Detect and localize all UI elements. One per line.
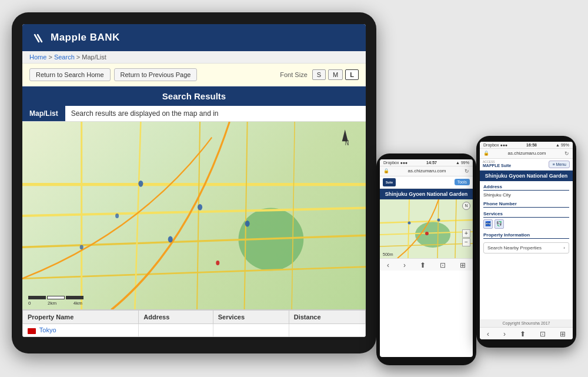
svg-line-5 — [22, 235, 366, 247]
tablet-tab-row: Map/List Search results are displayed on… — [22, 106, 366, 122]
compass-icon: N — [462, 202, 470, 210]
svg-point-2 — [239, 208, 304, 271]
carrier-text: Dropbox ●●● — [383, 161, 407, 165]
font-size-group: Font Size S M L — [280, 69, 359, 80]
map-roads-svg: N — [22, 122, 366, 310]
map-background: N 02km4km — [22, 122, 366, 310]
breadcrumb-search[interactable]: Search — [54, 54, 75, 61]
nav-back-button[interactable]: ‹ — [387, 261, 389, 269]
svg-point-17 — [168, 236, 173, 242]
tablet-device: Mapple BANK Home > Search > Map/List Ret… — [12, 12, 376, 353]
status-right: ▲ 99% — [456, 161, 469, 165]
nav-bookmark-button[interactable]: ⊡ — [440, 261, 446, 269]
menu-button[interactable]: ≡ Menu — [549, 161, 570, 168]
tools-button[interactable]: Tools — [455, 179, 470, 185]
status-right: ▲ 99% — [556, 143, 569, 147]
lock-icon: 🔒 — [383, 168, 389, 174]
service-icons: 🏧 💱 — [483, 219, 569, 229]
url-text: as.chizumaru.com — [492, 151, 562, 156]
svg-point-15 — [245, 220, 250, 226]
address-label: Address — [483, 184, 569, 191]
nav-tabs-button[interactable]: ⊞ — [460, 261, 466, 269]
url-text: as.chizumaru.com — [392, 168, 462, 174]
font-large-button[interactable]: L — [345, 69, 359, 80]
phone-left-place-title: Shinjuku Gyoen National Garden — [380, 189, 473, 199]
tablet-screen: Mapple BANK Home > Search > Map/List Ret… — [22, 24, 366, 337]
nav-tabs-button[interactable]: ⊞ — [560, 330, 566, 338]
phone-left-map[interactable]: N + − 500m — [380, 199, 473, 258]
phone-left-device: Dropbox ●●● 14:57 ▲ 99% 🔒 as.chizumaru.c… — [376, 154, 476, 365]
address-value: Shinjuku City — [483, 192, 569, 198]
svg-point-31 — [437, 218, 440, 221]
refresh-icon[interactable]: ↻ — [465, 168, 469, 174]
nav-share-button[interactable]: ⬆ — [520, 330, 526, 338]
breadcrumb-home[interactable]: Home — [29, 54, 46, 61]
tablet-map[interactable]: N 02km4km — [22, 122, 366, 310]
breadcrumb-current: Map/List — [82, 54, 106, 61]
nav-share-button[interactable]: ⬆ — [420, 261, 426, 269]
right-header: Access MAPPLE Suite ≡ Menu — [480, 159, 573, 171]
map-list-tab[interactable]: Map/List — [22, 106, 65, 121]
mapple-logo-icon — [32, 31, 46, 45]
suite-header: Suite Tools — [380, 176, 473, 189]
property-label: Property Information — [483, 232, 569, 239]
font-size-label: Font Size — [280, 71, 307, 78]
zoom-in-button[interactable]: + — [462, 229, 470, 238]
time-text: 14:57 — [426, 161, 437, 165]
tab-description: Search results are displayed on the map … — [65, 106, 225, 121]
svg-line-8 — [135, 122, 141, 310]
tablet-breadcrumb: Home > Search > Map/List — [22, 51, 366, 64]
address-cell — [139, 324, 213, 336]
phone-right-device: Dropbox ●●● 16:58 ▲ 99% 🔒 as.chizumaru.c… — [476, 136, 576, 348]
flag-icon — [28, 328, 36, 334]
services-cell — [213, 324, 289, 336]
suite-logo: Suite — [383, 178, 396, 186]
phone-right-detail: Address Shinjuku City Phone Number Servi… — [480, 181, 573, 319]
return-search-home-button[interactable]: Return to Search Home — [29, 68, 111, 81]
services-label: Services — [483, 211, 569, 218]
svg-point-12 — [138, 180, 143, 186]
tablet-logo: Mapple BANK — [32, 31, 120, 45]
svg-line-10 — [245, 122, 248, 310]
property-link[interactable]: Tokyo — [39, 326, 56, 333]
phone-section: Phone Number — [483, 201, 569, 208]
nav-forward-button[interactable]: › — [403, 261, 406, 269]
table-row: Tokyo — [23, 324, 366, 336]
svg-text:N: N — [345, 138, 349, 146]
return-previous-page-button[interactable]: Return to Previous Page — [114, 68, 198, 81]
svg-marker-20 — [342, 129, 348, 141]
carrier-text: Dropbox ●●● — [483, 143, 507, 147]
nav-back-button[interactable]: ‹ — [487, 330, 489, 338]
refresh-icon[interactable]: ↻ — [564, 151, 569, 156]
phone-left-addressbar[interactable]: 🔒 as.chizumaru.com ↻ — [380, 166, 473, 176]
svg-point-30 — [408, 221, 411, 224]
tablet-toolbar: Return to Search Home Return to Previous… — [22, 64, 366, 86]
suite-logo-box: Suite — [383, 178, 396, 186]
phone-right-addressbar[interactable]: 🔒 as.chizumaru.com ↻ — [480, 149, 573, 159]
font-medium-button[interactable]: M — [328, 69, 343, 80]
font-small-button[interactable]: S — [312, 69, 326, 80]
nav-forward-button[interactable]: › — [503, 330, 506, 338]
suite-logo-text: Suite — [386, 181, 393, 184]
map-scale: 02km4km — [28, 296, 83, 306]
tablet-title: Mapple BANK — [51, 32, 120, 44]
search-nearby-label: Search Nearby Properties — [487, 245, 542, 251]
search-nearby-button[interactable]: Search Nearby Properties › — [483, 242, 569, 253]
tablet-topbar: Mapple BANK — [22, 24, 366, 51]
service-icon-2: 💱 — [495, 219, 504, 229]
svg-point-14 — [115, 213, 119, 218]
zoom-out-button[interactable]: − — [462, 238, 470, 246]
lock-icon: 🔒 — [483, 151, 489, 156]
phone-label: Phone Number — [483, 201, 569, 208]
nav-bookmark-button[interactable]: ⊡ — [540, 330, 546, 338]
phone-left-screen: Dropbox ●●● 14:57 ▲ 99% 🔒 as.chizumaru.c… — [380, 159, 473, 357]
access-logo: Access MAPPLE Suite — [483, 161, 511, 168]
status-left: Dropbox ●●● — [483, 143, 507, 147]
access-logo-main: MAPPLE Suite — [483, 164, 511, 168]
chevron-right-icon: › — [563, 245, 565, 251]
address-section: Address Shinjuku City — [483, 184, 569, 198]
phone-right-screen: Dropbox ●●● 16:58 ▲ 99% 🔒 as.chizumaru.c… — [480, 142, 573, 339]
phone-right-place-title: Shinjuku Gyoen National Garden — [480, 171, 573, 181]
search-results-header: Search Results — [22, 86, 366, 106]
distance-cell — [289, 324, 365, 336]
